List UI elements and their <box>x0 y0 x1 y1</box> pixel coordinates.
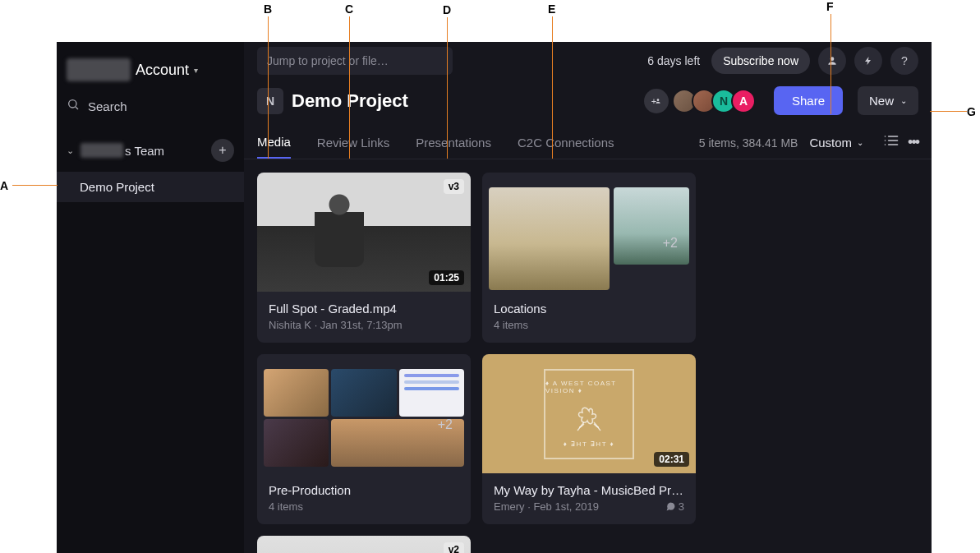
album-text: ♦ ƎHT ƎHT ♦ <box>564 440 614 448</box>
list-view-icon[interactable] <box>883 132 899 153</box>
card-meta: 4 items <box>494 319 684 331</box>
account-name-redacted <box>67 58 131 81</box>
team-row[interactable]: ⌄ s Team + <box>57 132 244 168</box>
search-placeholder: Search <box>88 99 127 113</box>
annotation-line-f <box>830 14 831 114</box>
more-count-badge: +2 <box>438 417 453 432</box>
card-meta: Nishita K · Jan 31st, 7:13pm <box>269 319 459 331</box>
item-count: 5 items, 384.41 MB <box>699 136 798 150</box>
jump-to-input[interactable]: Jump to project or file… <box>257 47 453 75</box>
album-text: ♦ A WEST COAST VISION ♦ <box>545 380 633 394</box>
folder-preview <box>331 369 396 417</box>
trial-days-left: 6 days left <box>647 54 700 67</box>
sidebar-project-item[interactable]: Demo Project <box>57 172 244 202</box>
share-button[interactable]: Share <box>774 86 843 115</box>
topbar: Jump to project or file… 6 days left Sub… <box>244 47 932 75</box>
card-meta: 4 items <box>269 500 459 513</box>
annotation-f: F <box>826 0 834 13</box>
folder-preview <box>264 419 329 467</box>
search-icon <box>67 98 80 114</box>
annotation-line-g <box>930 111 967 112</box>
folder-preview <box>489 187 610 290</box>
jump-placeholder: Jump to project or file… <box>267 54 389 67</box>
comments-number: 3 <box>679 500 684 513</box>
annotation-e: E <box>548 2 555 16</box>
card-thumbnail: v3 01:25 <box>257 173 471 292</box>
sidebar-search[interactable]: Search <box>57 88 244 124</box>
duration-badge: 01:25 <box>429 270 464 285</box>
folder-preview <box>399 369 464 417</box>
add-collaborator-button[interactable]: + <box>644 89 669 113</box>
tabs-row: Media Review Links Presentations C2C Con… <box>244 118 932 159</box>
sort-dropdown[interactable]: Custom ⌄ <box>809 136 863 150</box>
lightning-button[interactable] <box>854 47 882 75</box>
chevron-down-icon: ⌄ <box>857 138 863 147</box>
sidebar: Account ▾ Search ⌄ s Team + Demo Project <box>57 42 244 553</box>
new-button[interactable]: New ⌄ <box>858 86 918 115</box>
card-thumbnail: v2 00:53 <box>257 536 471 553</box>
annotation-line-e <box>552 16 553 159</box>
subscribe-button[interactable]: Subscribe now <box>711 48 810 74</box>
app-window: Account ▾ Search ⌄ s Team + Demo Project… <box>57 42 932 553</box>
comment-icon <box>665 501 676 512</box>
new-label: New <box>869 94 894 108</box>
version-badge: v2 <box>444 542 464 553</box>
team-name: s Team <box>81 143 211 158</box>
profile-button[interactable] <box>818 47 846 75</box>
card-thumbnail: ♦ A WEST COAST VISION ♦ ♦ ƎHT ƎHT ♦ 02:3… <box>482 354 696 473</box>
card-title: Pre-Production <box>269 483 459 497</box>
sort-label: Custom <box>809 136 852 150</box>
svg-point-3 <box>657 99 660 101</box>
folder-preview <box>264 369 329 417</box>
annotation-line-b <box>268 16 269 159</box>
version-badge: v3 <box>444 179 464 194</box>
annotation-line-c <box>349 16 350 159</box>
account-label: Account <box>136 62 189 79</box>
annotation-a: A <box>0 179 8 192</box>
collaborator-avatars[interactable]: N A <box>677 89 756 113</box>
tab-media[interactable]: Media <box>257 127 291 159</box>
chevron-down-icon: ⌄ <box>900 96 907 105</box>
card-meta: Emery · Feb 1st, 2019 <box>494 500 599 513</box>
project-title: Demo Project <box>292 90 636 112</box>
project-avatar: N <box>257 88 283 114</box>
media-card[interactable]: ♦ A WEST COAST VISION ♦ ♦ ƎHT ƎHT ♦ 02:3… <box>482 354 696 524</box>
chevron-down-icon: ▾ <box>194 66 198 75</box>
annotation-d: D <box>443 3 451 16</box>
tab-review-links[interactable]: Review Links <box>317 127 389 158</box>
annotation-c: C <box>345 2 353 16</box>
folder-preview <box>614 187 689 265</box>
card-title: My Way by Tayha - MusicBed Pre… <box>494 483 684 497</box>
account-switcher[interactable]: Account ▾ <box>57 52 244 88</box>
flower-icon <box>569 398 609 437</box>
add-project-button[interactable]: + <box>211 139 234 162</box>
help-button[interactable]: ? <box>890 47 918 75</box>
media-card[interactable]: v3 01:25 Full Spot - Graded.mp4 Nishita … <box>257 173 471 343</box>
avatar[interactable]: A <box>731 89 756 113</box>
more-count-badge: +2 <box>663 236 678 251</box>
card-title: Full Spot - Graded.mp4 <box>269 302 459 316</box>
chevron-down-icon: ⌄ <box>67 145 74 156</box>
folder-thumbnail: +2 <box>257 354 471 473</box>
team-suffix: s Team <box>125 144 164 158</box>
annotation-line-d <box>447 17 448 159</box>
folder-card[interactable]: +2 Locations 4 items <box>482 173 696 343</box>
media-card[interactable]: v2 00:53 60 Second Cut.mp4 Nishita K · J… <box>257 536 471 553</box>
media-grid: v3 01:25 Full Spot - Graded.mp4 Nishita … <box>244 159 932 553</box>
duration-badge: 02:31 <box>654 452 689 467</box>
folder-thumbnail: +2 <box>482 173 696 292</box>
more-options-icon[interactable]: ••• <box>908 134 918 151</box>
svg-point-0 <box>69 100 76 108</box>
comments-count[interactable]: 3 <box>665 500 684 513</box>
tab-c2c-connections[interactable]: C2C Connections <box>518 127 614 158</box>
project-header: N Demo Project + N A Share New ⌄ <box>244 75 932 118</box>
annotation-line-a <box>12 185 58 186</box>
main-content: Jump to project or file… 6 days left Sub… <box>244 42 932 553</box>
team-name-redacted <box>81 143 123 158</box>
annotation-g: G <box>967 105 976 118</box>
svg-line-1 <box>76 107 78 109</box>
annotation-b: B <box>264 2 272 16</box>
tab-presentations[interactable]: Presentations <box>416 127 491 158</box>
card-title: Locations <box>494 302 684 316</box>
folder-card[interactable]: +2 Pre-Production 4 items <box>257 354 471 524</box>
